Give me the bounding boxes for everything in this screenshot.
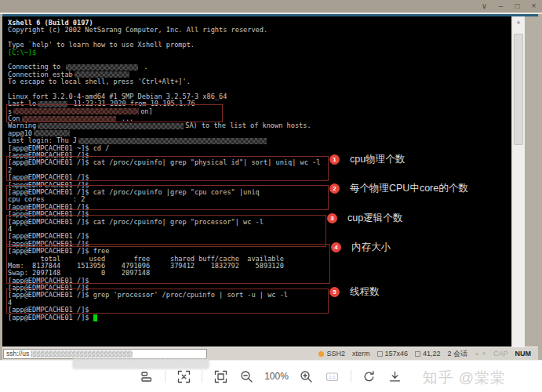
terminal-line: WarningSA) to the list of known hosts. [8,122,511,129]
terminal-content: Xshell 6 (Build 0197)Copyright (c) 2002 … [8,20,511,321]
watermark: 知乎 @棠棠 [422,368,506,388]
redacted-text [13,108,139,114]
zoom-in-icon[interactable] [299,368,315,384]
terminal-line: Last lo 11:23:31 2020 from 10.195.1.76 [8,100,511,107]
scrollbar-thumb[interactable] [514,34,523,145]
redacted-text [66,64,138,71]
connection-status-icon [318,351,324,357]
terminal-line: [app@EDMPCACHE01 /]$ grep 'processor' /p… [8,292,511,299]
redacted-text [38,123,184,129]
minimize-button[interactable]: – [493,0,509,13]
terminal-line: [app@EDMPCACHE01 /]$ cat /proc/cpuinfo| … [8,219,511,226]
xshell-window: Xshell 6 (Build 0197)Copyright (c) 2002 … [0,13,542,360]
terminal-line: Last login: Thu J [8,137,511,144]
session-count: 2 会话 [448,349,468,359]
terminal-line: Copyright (c) 2002 NetSarang Computer, I… [8,27,511,34]
viewer-toolbar: 100% 1:1 知乎 @棠棠 [0,360,542,392]
toolbar-separator [202,370,202,383]
fullscreen-icon[interactable] [176,368,191,384]
cursor-position: 41,22 [415,350,441,358]
layout-icon[interactable] [139,368,155,384]
redacted-address [31,350,133,358]
terminal[interactable]: Xshell 6 (Build 0197)Copyright (c) 2002 … [2,16,511,347]
num-lock-indicator: NUM [515,350,532,358]
caps-lock-indicator: CAP [493,350,508,358]
size-icon [377,351,383,357]
terminal-type: xterm [352,350,370,358]
terminal-line: Connecting to . [8,64,511,71]
close-button[interactable]: × [526,0,542,13]
terminal-line: [app@EDMPCACHE01 /]$ cat /proc/cpuinfo| … [8,159,511,166]
zoom-level: 100% [264,371,289,382]
terminal-cursor [93,314,97,321]
redacted-text [78,138,267,144]
redacted-text [38,101,67,107]
download-icon[interactable] [387,368,403,384]
terminal-line [8,56,511,64]
fit-screen-icon[interactable] [213,368,228,384]
redacted-text [22,116,116,122]
arrow-up-icon: ▲ [475,351,479,356]
protocol-indicator: SSH2 [318,350,345,358]
cursor-pos-icon [415,351,420,357]
terminal-line: To escape to local shell, press 'Ctrl+Al… [8,78,511,85]
scroll-up-icon[interactable]: ▲ [512,16,525,27]
image-viewer-window: ∨ – □ × Xshell 6 (Build 0197)Copyright (… [0,0,542,392]
chevron-down-icon[interactable]: ∨ [476,0,493,13]
terminal-line: [C:\~]$ [8,49,511,56]
zoom-out-icon[interactable] [238,368,254,384]
toolbar-separator [165,370,166,383]
actual-size-icon: 1:1 [325,368,340,384]
toolbar-separator [351,370,351,383]
scrollbar[interactable]: ▲ [511,16,525,347]
terminal-line: [app@EDMPCACHE01 /]$ [8,314,511,321]
terminal-line: app@10 [8,130,511,137]
titlebar: ∨ – □ × [0,0,542,13]
svg-text:1:1: 1:1 [329,375,336,379]
rotate-icon[interactable] [362,368,377,384]
redacted-text [75,71,129,78]
terminal-size: 157x46 [377,350,409,358]
terminal-line: Connection estab [8,71,511,78]
terminal-line: Type `help' to learn how to use Xshell p… [8,42,511,49]
session-address: ssh://us [3,349,207,359]
maximize-button[interactable]: □ [509,0,526,13]
redacted-text [34,130,70,136]
scroll-arrows[interactable]: ▲▼ [475,351,486,356]
arrow-down-icon: ▼ [482,351,486,356]
blur-smudge [72,358,209,369]
terminal-line: son] [8,108,511,115]
